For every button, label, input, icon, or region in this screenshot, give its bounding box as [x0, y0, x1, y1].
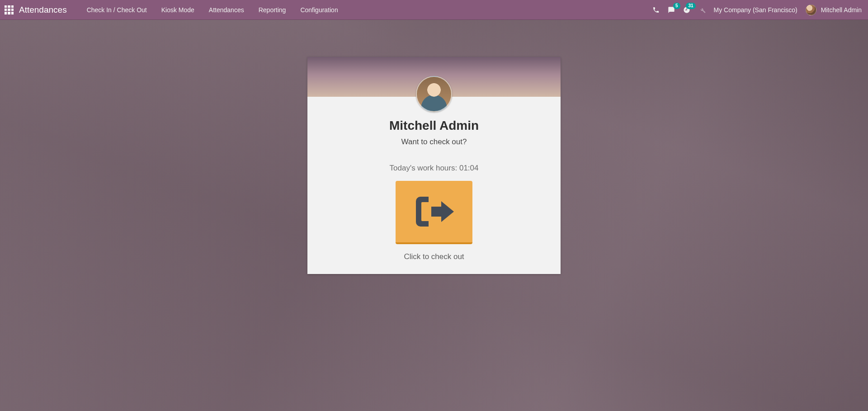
checkout-button[interactable]: [396, 181, 472, 244]
activities-badge: 31: [686, 3, 695, 9]
work-hours-value: 01:04: [459, 164, 479, 172]
nav-right: 5 31 My Company (San Francisco) Mitchell…: [652, 5, 862, 15]
nav-menu: Check In / Check Out Kiosk Mode Attendan…: [80, 0, 345, 20]
phone-icon[interactable]: [652, 6, 660, 14]
user-menu[interactable]: Mitchell Admin: [806, 5, 862, 15]
sign-out-icon: [411, 191, 457, 232]
nav-item-checkin[interactable]: Check In / Check Out: [80, 0, 154, 20]
apps-grid-icon[interactable]: [5, 5, 14, 14]
user-name: Mitchell Admin: [821, 6, 862, 14]
developer-tools-icon[interactable]: [698, 6, 706, 14]
app-title[interactable]: Attendances: [19, 5, 67, 15]
company-switcher[interactable]: My Company (San Francisco): [714, 6, 797, 14]
activities-icon[interactable]: 31: [683, 6, 690, 14]
click-to-checkout-text: Click to check out: [307, 252, 561, 261]
user-avatar-small: [806, 5, 816, 15]
attendance-card: Mitchell Admin Want to check out? Today'…: [307, 57, 561, 274]
work-hours-label: Today's work hours:: [390, 164, 459, 172]
top-navbar: Attendances Check In / Check Out Kiosk M…: [0, 0, 868, 20]
main-content: Mitchell Admin Want to check out? Today'…: [0, 20, 868, 411]
nav-item-kiosk[interactable]: Kiosk Mode: [154, 0, 202, 20]
messages-icon[interactable]: 5: [668, 6, 675, 14]
employee-avatar: [416, 76, 452, 112]
messages-badge: 5: [673, 3, 680, 9]
checkout-prompt: Want to check out?: [307, 137, 561, 146]
employee-name: Mitchell Admin: [307, 118, 561, 133]
work-hours: Today's work hours: 01:04: [307, 164, 561, 173]
nav-item-attendances[interactable]: Attendances: [202, 0, 251, 20]
card-body: Mitchell Admin Want to check out? Today'…: [307, 97, 561, 261]
nav-item-configuration[interactable]: Configuration: [293, 0, 345, 20]
nav-item-reporting[interactable]: Reporting: [251, 0, 293, 20]
